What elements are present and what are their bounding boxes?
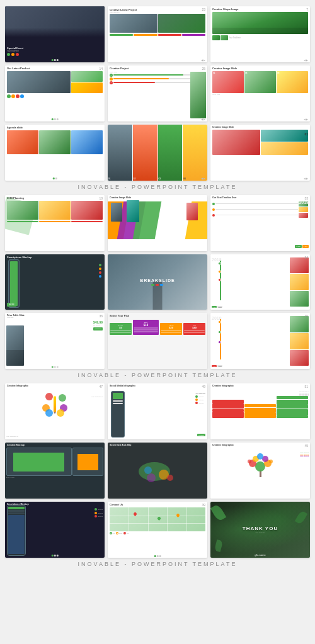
prev-arrow-cp[interactable]: ◀ <box>201 118 203 121</box>
slide-creative-diag[interactable]: Creative Image Slide <box>108 195 207 251</box>
thank-you-title: THANK YOU <box>243 526 278 531</box>
prev-arrow-ci3[interactable]: ◀ <box>304 177 306 180</box>
slide-num-47: 47 <box>99 385 103 388</box>
slide-creative-infographic[interactable]: 47 Creative Infographic <box>5 383 105 439</box>
creative-infographic-title: Creative Infographic <box>5 383 105 388</box>
slide-southeast-asia[interactable]: South East Asia Map <box>108 443 207 499</box>
next-arrow-ci3[interactable]: ▶ <box>306 177 308 180</box>
contact-us-title: Contact Us <box>108 502 207 507</box>
gfx-watermark: gfx.name <box>255 553 266 556</box>
section-3-label: INOVABLE - POWERPOINT TEMPLATE <box>5 558 310 572</box>
slide-latest-product[interactable]: 14 Our Latest Product <box>5 65 105 121</box>
svg-point-12 <box>248 460 251 463</box>
slide-social-media[interactable]: 49 Social Media Infographic Your TextHer… <box>108 383 207 439</box>
slide-num-35: 35 <box>304 314 308 318</box>
slide-smartphone-2[interactable]: Smartphone Mockup TextHere <box>5 502 105 558</box>
slide-creative-latest[interactable]: 23 Creative Latest Project Your TextHere <box>108 6 207 62</box>
creative-image-3-title: Creative Image Slide <box>210 125 310 130</box>
slide-creative-image-cols[interactable]: Creative Image Slide 01 04 08 Hand Slide <box>210 65 310 121</box>
creative-diag-title: Creative Image Slide <box>108 195 207 200</box>
creative-infographic-2-title: Creative Infographic <box>210 383 310 388</box>
next-arrow-cic[interactable]: ▶ <box>306 118 308 121</box>
prev-arrow-cic[interactable]: ◀ <box>304 118 306 121</box>
slide-num-25: 25 <box>202 67 205 71</box>
slide-num-33: 33 <box>304 196 308 200</box>
row-3-2: Creative Mockup 3,516 | 5,3 <box>5 443 310 499</box>
slide-creative-infographic-2[interactable]: 51 Creative Infographic <box>210 383 310 439</box>
slide-num-23: 23 <box>202 8 205 11</box>
social-order-btn[interactable]: ORDER <box>197 434 205 436</box>
row-3-1: 47 Creative Infographic <box>5 383 310 439</box>
slide-num-34: 34 <box>304 256 308 259</box>
prev-arrow[interactable]: ◀ <box>201 59 203 62</box>
slide-creative-shape[interactable]: 7 Creative Shape Image Your TextHere ◀ <box>210 6 310 62</box>
creative-image-cols-title: Creative Image Slide <box>210 65 310 71</box>
map-title: South East Asia Map <box>110 444 205 446</box>
more-btn[interactable]: MORE <box>7 303 16 307</box>
svg-point-13 <box>269 460 273 463</box>
row-2-2: Smartphone Mockup MORE <box>5 254 310 310</box>
row-1-2: 14 Our Latest Product <box>5 65 310 121</box>
select-plan-title: Select Your Plan <box>108 313 207 319</box>
social-media-title: Social Media Infographic <box>108 383 207 388</box>
next-arrow-ci2[interactable]: ▶ <box>203 177 205 180</box>
creative-tree-title: Creative Infographic <box>210 443 310 448</box>
next-arrow-s3[interactable]: ▶ <box>306 59 308 62</box>
row-3-3: Smartphone Mockup TextHere <box>5 502 310 558</box>
slide-planning[interactable]: 10 2018 Planning <box>5 195 105 251</box>
infographic-label-1: Your TextHere #1 <box>6 436 18 438</box>
next-arrow-cp[interactable]: ▶ <box>203 118 205 121</box>
row-2-3: 36 Price Table Slide Overview $49.99 per… <box>5 313 310 369</box>
slide-creative-tree[interactable]: 45 Creative Infographic <box>210 443 310 499</box>
latest-product-title: Our Latest Product <box>5 65 105 71</box>
slide-best-timeline[interactable]: 33 Our Best Timeline Ever 2018 <box>210 195 310 251</box>
special-event-sub: Your TextHere <box>7 50 103 52</box>
prev-arrow-ci2[interactable]: ◀ <box>201 177 203 180</box>
slide-timeline-v[interactable]: 34 2018 5.396 <box>210 254 310 310</box>
slide-num-10: 10 <box>99 196 103 200</box>
slide-thank-you[interactable]: THANK YOU Your TextHere gfx.name <box>210 502 310 558</box>
slide-num-39: 39 <box>202 503 205 507</box>
slide-num-36: 36 <box>99 314 103 318</box>
svg-point-4 <box>144 466 152 474</box>
slide-num-14: 14 <box>99 67 103 71</box>
slide-creative-project[interactable]: 25 Creative Project Hand Slide 01 80% 02 <box>108 65 207 121</box>
slide-num-49: 49 <box>202 385 205 388</box>
row-2-1: 10 2018 Planning <box>5 195 310 251</box>
slide-smartphone[interactable]: Smartphone Mockup MORE <box>5 254 105 310</box>
row-1-3: Agenda slide 2018 <box>5 125 310 181</box>
section-2-label: INOVABLE - POWERPOINT TEMPLATE <box>5 369 310 383</box>
slide-creative-image-3[interactable]: Creative Image Slide 01 ◀ ▶ <box>210 125 310 181</box>
best-timeline-title: Our Best Timeline Ever <box>210 195 310 200</box>
app-container: Special Event Your TextHere <box>0 0 315 575</box>
slide-creative-mockup[interactable]: Creative Mockup 3,516 | 5,3 <box>5 443 105 499</box>
slide-price-table[interactable]: 36 Price Table Slide Overview $49.99 per… <box>5 313 105 369</box>
next-arrow[interactable]: ▶ <box>203 59 205 62</box>
slide-agenda[interactable]: Agenda slide 2018 <box>5 125 105 181</box>
slide-contact-us[interactable]: 39 Contact Us <box>108 502 207 558</box>
section-1-label: INOVABLE - POWERPOINT TEMPLATE <box>5 181 310 195</box>
row-1-1: Special Event Your TextHere <box>5 6 310 62</box>
creative-shape-title: Creative Shape Image <box>210 6 310 12</box>
tree-svg <box>243 448 278 479</box>
svg-point-11 <box>257 453 263 460</box>
svg-point-3 <box>147 473 156 482</box>
map-svg <box>135 459 180 487</box>
breakslide-title: BREAKSLIDE <box>140 278 175 283</box>
agenda-title: Agenda slide <box>5 125 105 130</box>
section-1: Special Event Your TextHere <box>0 0 315 575</box>
creative-project-title: Creative Project <box>108 65 207 71</box>
slide-select-plan[interactable]: Select Your Plan BASIC $9 PRO $19 <box>108 313 207 369</box>
slide-num-45: 45 <box>304 444 308 448</box>
prev-arrow-s3[interactable]: ◀ <box>304 59 306 62</box>
infographic-label-2: Your TextHere #2 <box>91 396 103 398</box>
slide-creative-image-2[interactable]: 01 02 03 04 ◀ ▶ <box>108 125 207 181</box>
slide-special-event[interactable]: Special Event Your TextHere <box>5 6 105 62</box>
svg-point-6 <box>255 461 265 472</box>
slide-end-timeline[interactable]: 35 2018 9.896 4.2 <box>210 313 310 369</box>
creative-mockup-title: Creative Mockup <box>5 443 105 448</box>
smartphone-title: Smartphone Mockup <box>5 254 105 260</box>
svg-point-2 <box>167 475 173 481</box>
slide-breakslide[interactable]: BREAKSLIDE <box>108 254 207 310</box>
slide-num-51: 51 <box>304 385 308 388</box>
